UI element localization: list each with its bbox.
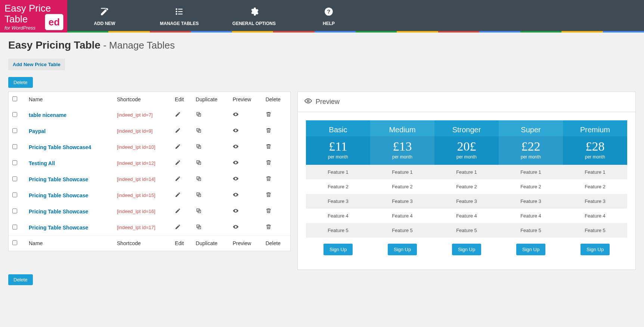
edit-icon[interactable] xyxy=(171,187,192,203)
signup-button[interactable]: Sign Up xyxy=(580,244,610,255)
nav-help[interactable]: ? HELP xyxy=(291,0,366,33)
feature-row: Feature 1 xyxy=(434,165,499,179)
row-checkbox[interactable] xyxy=(12,192,17,197)
svg-point-24 xyxy=(307,100,309,102)
feature-row: Feature 4 xyxy=(306,209,370,223)
shortcode-text: [indeed_ipt id=7] xyxy=(113,107,171,123)
row-checkbox[interactable] xyxy=(12,225,17,229)
delete-icon[interactable] xyxy=(262,123,290,139)
pricing-plans: Basic£11per monthFeature 1Feature 2Featu… xyxy=(306,120,627,261)
page-title-thin: Manage Tables xyxy=(109,40,175,51)
table-name-link[interactable]: Pricing Table Showcase xyxy=(29,176,88,182)
feature-row: Feature 1 xyxy=(499,165,563,179)
edit-icon[interactable] xyxy=(171,219,192,236)
add-new-price-table-button[interactable]: Add New Price Table xyxy=(8,59,65,70)
svg-text:?: ? xyxy=(327,8,330,15)
select-all-checkbox-foot[interactable] xyxy=(12,240,17,245)
edit-icon[interactable] xyxy=(171,123,192,139)
edit-icon[interactable] xyxy=(171,107,192,123)
svg-rect-3 xyxy=(178,11,183,12)
duplicate-icon[interactable] xyxy=(192,219,229,236)
preview-icon[interactable] xyxy=(229,139,262,155)
signup-button[interactable]: Sign Up xyxy=(323,244,353,255)
feature-row: Feature 3 xyxy=(499,194,563,209)
duplicate-icon[interactable] xyxy=(192,171,229,187)
duplicate-icon[interactable] xyxy=(192,139,229,155)
preview-icon[interactable] xyxy=(229,203,262,219)
preview-icon[interactable] xyxy=(229,187,262,203)
table-name-link[interactable]: Testing All xyxy=(29,160,55,166)
table-name-link[interactable]: Pricing Table Showcase4 xyxy=(29,144,91,150)
select-all-checkbox[interactable] xyxy=(12,96,17,101)
row-checkbox[interactable] xyxy=(12,160,17,165)
feature-row: Feature 2 xyxy=(499,179,563,194)
signup-button[interactable]: Sign Up xyxy=(388,244,417,255)
nav-manage-tables[interactable]: MANAGE TABLES xyxy=(142,0,217,33)
delete-icon[interactable] xyxy=(262,107,290,123)
table-name-link[interactable]: Pricing Table Showcase xyxy=(29,192,88,198)
row-checkbox[interactable] xyxy=(12,176,17,181)
preview-icon[interactable] xyxy=(229,155,262,171)
page-title: Easy Pricing Table - Manage Tables xyxy=(8,39,636,51)
edit-icon[interactable] xyxy=(171,155,192,171)
table-row: Pricing Table Showcase[indeed_ipt id=16] xyxy=(9,203,290,219)
duplicate-icon[interactable] xyxy=(192,187,229,203)
top-bar: Easy Price Table for WordPress ed ADD NE… xyxy=(0,0,644,33)
duplicate-icon[interactable] xyxy=(192,155,229,171)
feature-row: Feature 1 xyxy=(306,165,370,179)
table-row: Pricing Table Showcase[indeed_ipt id=14] xyxy=(9,171,290,187)
edit-icon[interactable] xyxy=(171,139,192,155)
edit-icon[interactable] xyxy=(171,171,192,187)
svg-point-0 xyxy=(176,8,177,10)
signup-button[interactable]: Sign Up xyxy=(452,244,481,255)
table-name-link[interactable]: Paypal xyxy=(29,128,46,134)
signup-button[interactable]: Sign Up xyxy=(516,244,545,255)
delete-button-bottom[interactable]: Delete xyxy=(8,274,33,285)
delete-icon[interactable] xyxy=(262,219,290,236)
col-shortcode: Shortcode xyxy=(113,236,171,251)
shortcode-text: [indeed_ipt id=10] xyxy=(113,139,171,155)
row-checkbox[interactable] xyxy=(12,144,17,149)
preview-label: Preview xyxy=(316,98,340,106)
row-checkbox[interactable] xyxy=(12,112,17,117)
feature-row: Feature 3 xyxy=(306,194,370,209)
delete-icon[interactable] xyxy=(262,155,290,171)
table-name-link[interactable]: Pricing Table Showcase xyxy=(29,209,88,215)
delete-icon[interactable] xyxy=(262,139,290,155)
feature-row: Feature 5 xyxy=(563,223,627,238)
row-checkbox[interactable] xyxy=(12,128,17,133)
delete-icon[interactable] xyxy=(262,171,290,187)
table-name-link[interactable]: Pricing Table Showcase xyxy=(29,225,88,231)
delete-button-top[interactable]: Delete xyxy=(8,77,33,88)
nav-add-new[interactable]: ADD NEW xyxy=(67,0,142,33)
table-name-link[interactable]: table nicename xyxy=(29,112,66,118)
preview-icon[interactable] xyxy=(229,171,262,187)
feature-row: Feature 4 xyxy=(370,209,434,223)
edit-icon[interactable] xyxy=(171,203,192,219)
nav-label: GENERAL OPTIONS xyxy=(232,21,276,26)
page-title-bold: Easy Pricing Table xyxy=(8,39,100,51)
nav-label: MANAGE TABLES xyxy=(160,21,199,26)
preview-icon[interactable] xyxy=(229,123,262,139)
col-duplicate: Duplicate xyxy=(192,236,229,251)
feature-row: Feature 4 xyxy=(563,209,627,223)
preview-icon[interactable] xyxy=(229,107,262,123)
plan-title: Basic xyxy=(306,120,370,136)
gear-icon xyxy=(249,7,259,19)
col-edit: Edit xyxy=(171,92,192,107)
table-row: table nicename[indeed_ipt id=7] xyxy=(9,107,290,123)
plan-price: £22per month xyxy=(499,136,563,165)
delete-icon[interactable] xyxy=(262,187,290,203)
feature-row: Feature 2 xyxy=(306,179,370,194)
nav-general-options[interactable]: GENERAL OPTIONS xyxy=(217,0,291,33)
delete-icon[interactable] xyxy=(262,203,290,219)
feature-row: Feature 4 xyxy=(499,209,563,223)
preview-icon[interactable] xyxy=(229,219,262,236)
row-checkbox[interactable] xyxy=(12,209,17,213)
plan-column: Stronger20£per monthFeature 1Feature 2Fe… xyxy=(434,120,499,261)
duplicate-icon[interactable] xyxy=(192,203,229,219)
duplicate-icon[interactable] xyxy=(192,123,229,139)
duplicate-icon[interactable] xyxy=(192,107,229,123)
feature-row: Feature 3 xyxy=(370,194,434,209)
feature-row: Feature 1 xyxy=(370,165,434,179)
